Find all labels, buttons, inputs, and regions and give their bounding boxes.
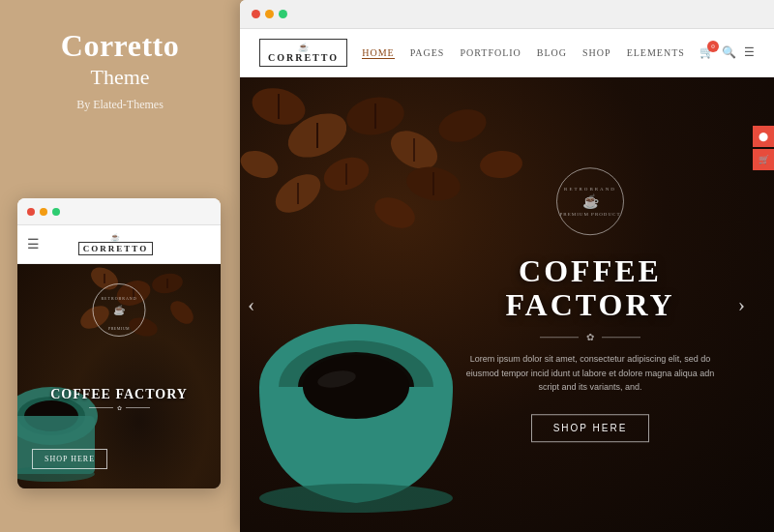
hero-divider: ✿ <box>455 333 726 343</box>
cart-badge: 0 <box>707 41 719 52</box>
desktop-top-bar <box>240 0 774 29</box>
theme-title: Corretto <box>61 29 179 63</box>
nav-portfolio[interactable]: PORTFOLIO <box>460 47 521 58</box>
svg-point-30 <box>240 146 282 183</box>
hero-content: RETROBRAND ☕ PREMIUM PRODUCT COFFEE FACT… <box>455 167 726 442</box>
desktop-dot-green <box>279 10 287 18</box>
mobile-divider-icon: ✿ <box>117 404 122 411</box>
desktop-mockup: ☕ CORRETTO HOME PAGES PORTFOLIO BLOG SHO… <box>240 0 774 532</box>
nav-elements[interactable]: ELEMENTS <box>627 47 685 58</box>
svg-point-28 <box>370 192 420 234</box>
mobile-top-bar <box>17 198 221 225</box>
svg-point-35 <box>259 484 453 513</box>
hero-badge-bean-icon: ☕ <box>582 193 599 210</box>
hero-divider-left <box>540 338 579 339</box>
menu-icon[interactable]: ☰ <box>744 45 755 60</box>
cart-icon[interactable]: 🛒 0 <box>700 45 714 60</box>
mobile-dots <box>27 208 60 216</box>
desktop-dot-red <box>252 10 260 18</box>
mobile-divider: ✿ <box>17 404 221 411</box>
hamburger-icon[interactable]: ☰ <box>27 236 40 252</box>
hero-title: COFFEE FACTORY <box>455 254 726 322</box>
mobile-badge: RETROBRAND ☕ PREMIUM <box>93 283 146 337</box>
mobile-logo: ☕ CORRETTO <box>78 233 153 255</box>
svg-point-3 <box>166 297 198 329</box>
hero-badge-premium: PREMIUM PRODUCT <box>560 212 621 217</box>
mobile-heading-text: COFFEE FACTORY <box>17 387 221 402</box>
site-logo-icon: ☕ <box>298 43 309 52</box>
mobile-cup-svg <box>17 363 129 488</box>
nav-pages[interactable]: PAGES <box>410 47 445 58</box>
hero-next-arrow[interactable]: › <box>738 292 745 317</box>
left-panel: Corretto Theme By Elated-Themes ☰ ☕ CORR… <box>0 0 240 532</box>
hero-divider-right <box>602 338 640 339</box>
site-logo: ☕ CORRETTO <box>259 39 347 67</box>
badge-premium-text: PREMIUM <box>108 326 130 331</box>
nav-icons: 🛒 0 🔍 ☰ <box>700 45 755 60</box>
hero-description: Lorem ipsum dolor sit amet, consectetur … <box>455 353 726 395</box>
mobile-mockup: ☰ ☕ CORRETTO <box>17 198 221 488</box>
mobile-shop-button[interactable]: SHOP HERE <box>32 449 107 469</box>
mobile-logo-icon: ☕ <box>110 233 120 242</box>
nav-blog[interactable]: BLOG <box>537 47 567 58</box>
mobile-divider-left <box>89 407 113 408</box>
mobile-dot-green <box>52 208 60 216</box>
mobile-header: ☰ ☕ CORRETTO <box>17 225 221 264</box>
hero-bowl-svg <box>240 261 491 532</box>
site-hero: ⬤ 🛒 RETROBRAND ☕ PREMIUM PRODUCT COFFEE … <box>240 77 774 532</box>
svg-point-29 <box>435 104 491 147</box>
hero-prev-arrow[interactable]: ‹ <box>248 292 254 317</box>
mobile-dot-yellow <box>40 208 47 216</box>
mobile-dot-red <box>27 208 35 216</box>
nav-shop[interactable]: SHOP <box>582 47 611 58</box>
mobile-content-area: RETROBRAND ☕ PREMIUM COFFEE FACTORY ✿ SH… <box>17 264 221 488</box>
site-logo-text: CORRETTO <box>268 52 339 63</box>
desktop-dots <box>252 10 287 18</box>
red-panel-btn-1[interactable]: ⬤ <box>753 126 774 147</box>
search-icon[interactable]: 🔍 <box>722 45 736 60</box>
svg-point-36 <box>303 355 409 419</box>
nav-home[interactable]: HOME <box>362 47 394 59</box>
site-nav-links: HOME PAGES PORTFOLIO BLOG SHOP ELEMENTS <box>362 47 685 59</box>
desktop-dot-yellow <box>265 10 274 18</box>
mobile-logo-text: CORRETTO <box>78 242 153 255</box>
badge-retro-text: RETROBRAND <box>101 296 136 301</box>
badge-bean-icon: ☕ <box>101 305 136 315</box>
theme-subtitle: Theme <box>90 65 149 90</box>
site-nav: ☕ CORRETTO HOME PAGES PORTFOLIO BLOG SHO… <box>240 29 774 77</box>
mobile-hero-heading: COFFEE FACTORY ✿ <box>17 387 221 411</box>
hero-badge-retro: RETROBRAND <box>564 187 616 192</box>
hero-divider-icon: ✿ <box>586 333 594 343</box>
theme-by: By Elated-Themes <box>76 98 164 112</box>
mobile-divider-right <box>126 407 150 408</box>
red-panel-btn-2[interactable]: 🛒 <box>753 149 774 170</box>
red-panel: ⬤ 🛒 <box>753 126 774 170</box>
hero-shop-button[interactable]: SHOP HERE <box>531 414 650 442</box>
hero-badge: RETROBRAND ☕ PREMIUM PRODUCT <box>556 167 624 235</box>
